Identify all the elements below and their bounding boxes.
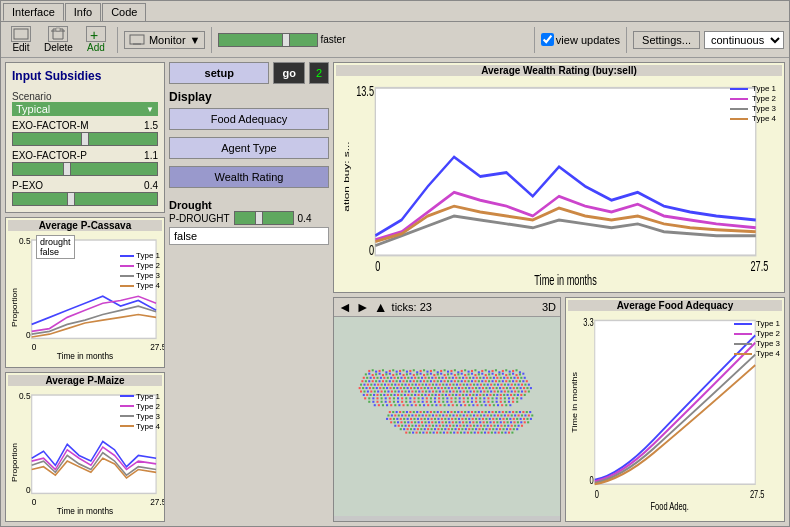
svg-rect-691: [368, 397, 370, 399]
svg-rect-470: [429, 414, 431, 416]
svg-rect-146: [452, 377, 454, 379]
svg-rect-334: [415, 390, 417, 392]
p-exo-input[interactable]: [12, 192, 158, 206]
svg-rect-594: [425, 425, 427, 427]
svg-rect-150: [465, 377, 467, 379]
svg-rect-535: [502, 418, 504, 420]
svg-rect-52: [450, 370, 452, 372]
map-nav-left[interactable]: ◄: [338, 300, 352, 314]
svg-rect-408: [500, 394, 502, 396]
tab-info[interactable]: Info: [65, 3, 101, 21]
drought-status-box: false: [169, 227, 329, 245]
continuous-select[interactable]: continuous: [704, 31, 784, 49]
svg-rect-319: [363, 390, 365, 392]
svg-rect-477: [452, 414, 454, 416]
speed-slider[interactable]: [218, 33, 318, 47]
view-updates-checkbox[interactable]: [541, 33, 554, 46]
svg-rect-174: [382, 380, 384, 382]
svg-rect-161: [503, 377, 505, 379]
svg-rect-445: [488, 411, 490, 413]
svg-rect-267: [359, 387, 361, 389]
setup-button[interactable]: setup: [169, 62, 269, 84]
map-nav-right[interactable]: ►: [356, 300, 370, 314]
svg-rect-295: [455, 387, 457, 389]
svg-rect-268: [362, 387, 364, 389]
svg-rect-94: [437, 373, 439, 375]
svg-rect-741: [418, 401, 420, 403]
svg-rect-504: [396, 418, 398, 420]
agent-type-button[interactable]: Agent Type: [169, 137, 329, 159]
svg-rect-518: [444, 418, 446, 420]
p-drought-slider[interactable]: [234, 211, 294, 225]
svg-rect-679: [477, 432, 479, 434]
wealth-rating-button[interactable]: Wealth Rating: [169, 166, 329, 188]
svg-rect-781: [435, 404, 437, 406]
svg-rect-689: [511, 432, 513, 434]
svg-rect-50: [444, 369, 446, 371]
map-nav-up[interactable]: ▲: [374, 300, 388, 314]
svg-rect-149: [462, 377, 464, 379]
svg-rect-484: [476, 414, 478, 416]
add-button[interactable]: + Add: [81, 25, 111, 54]
svg-rect-368: [363, 394, 365, 396]
svg-rect-711: [450, 397, 452, 399]
delete-button[interactable]: Delete: [40, 25, 77, 54]
svg-rect-479: [459, 414, 461, 416]
svg-rect-765: [516, 401, 518, 403]
svg-rect-774: [407, 404, 409, 406]
svg-rect-289: [434, 387, 436, 389]
svg-rect-429: [433, 411, 435, 413]
go-button[interactable]: go: [273, 62, 304, 84]
exo-factor-p-input[interactable]: [12, 162, 158, 176]
svg-rect-191: [440, 380, 442, 382]
svg-rect-278: [396, 387, 398, 389]
svg-rect-729: [368, 401, 370, 403]
svg-rect-244: [452, 384, 454, 386]
svg-rect-348: [463, 390, 465, 392]
svg-rect-246: [459, 384, 461, 386]
svg-rect-280: [403, 387, 405, 389]
svg-rect-772: [398, 404, 400, 406]
svg-rect-511: [420, 418, 422, 420]
svg-rect-340: [435, 390, 437, 392]
svg-rect-57: [468, 371, 470, 373]
svg-rect-800: [595, 320, 756, 484]
svg-rect-629: [420, 428, 422, 430]
tab-interface[interactable]: Interface: [3, 3, 64, 21]
svg-rect-87: [413, 374, 415, 376]
svg-rect-259: [504, 384, 506, 386]
svg-rect-120: [363, 377, 365, 379]
svg-rect-758: [487, 401, 489, 403]
svg-rect-46: [430, 370, 432, 372]
svg-rect-69: [509, 371, 511, 373]
svg-rect-636: [444, 428, 446, 430]
svg-rect-436: [457, 411, 459, 413]
svg-rect-528: [479, 418, 481, 420]
scenario-select[interactable]: Typical ▼: [12, 102, 158, 116]
monitor-button[interactable]: Monitor ▼: [124, 31, 206, 49]
svg-rect-40: [409, 370, 411, 372]
svg-rect-79: [385, 373, 387, 375]
svg-rect-554: [424, 421, 426, 423]
map-3d-button[interactable]: 3D: [542, 301, 556, 313]
edit-button[interactable]: Edit: [6, 25, 36, 54]
svg-rect-198: [464, 380, 466, 382]
svg-rect-620: [514, 425, 516, 427]
svg-rect-148: [459, 377, 461, 379]
svg-rect-761: [500, 401, 502, 403]
settings-button[interactable]: Settings...: [633, 31, 700, 49]
food-adequacy-button[interactable]: Food Adequacy: [169, 108, 329, 130]
svg-rect-578: [507, 421, 509, 423]
svg-rect-261: [511, 384, 513, 386]
svg-rect-753: [467, 401, 469, 403]
svg-rect-644: [472, 428, 474, 430]
svg-rect-224: [384, 384, 386, 386]
svg-rect-442: [478, 411, 480, 413]
svg-rect-345: [452, 390, 454, 392]
svg-rect-787: [460, 404, 462, 406]
tab-code[interactable]: Code: [102, 3, 146, 21]
cassava-chart: Average P-Cassava drought false 0.5 0 Pr…: [5, 217, 165, 368]
svg-rect-463: [405, 414, 407, 416]
svg-rect-558: [438, 421, 440, 423]
exo-factor-m-input[interactable]: [12, 132, 158, 146]
